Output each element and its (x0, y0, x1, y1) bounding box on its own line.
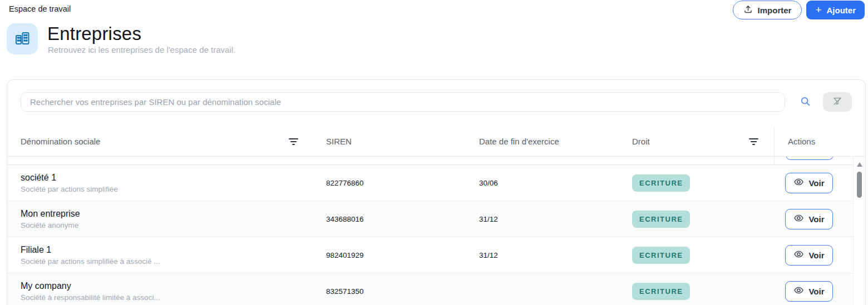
company-end-date: 31/12 (466, 251, 619, 259)
company-name: Filiale 1 (21, 245, 313, 255)
view-button[interactable]: Voir (785, 209, 833, 229)
triangle-up-icon[interactable] (857, 162, 862, 167)
table-row: My company Société à responsabilité limi… (7, 273, 854, 305)
company-end-date: 30/06 (466, 179, 619, 187)
search-button[interactable] (796, 93, 815, 112)
company-name: My company (21, 281, 313, 291)
view-button-partial[interactable] (786, 157, 834, 160)
page-title: Entreprises (47, 23, 141, 44)
company-legal-form: Société par actions simplifiée (21, 185, 313, 193)
table-body: société 1 Société par actions simplifiée… (7, 157, 854, 305)
scrollbar-track[interactable] (853, 157, 865, 305)
company-legal-form: Société anonyme (21, 221, 313, 229)
import-button-label: Importer (758, 6, 792, 15)
view-button-label: Voir (808, 287, 824, 296)
toolbar: Importer + Ajouter (733, 1, 865, 19)
view-button[interactable]: Voir (785, 173, 833, 193)
add-button[interactable]: + Ajouter (806, 1, 865, 19)
column-header-droit: Droit (632, 137, 650, 146)
view-button[interactable]: Voir (785, 245, 833, 266)
companies-card: Dénomination sociale SIREN Date de fin d… (7, 79, 866, 305)
column-header-denomination: Dénomination sociale (21, 137, 100, 146)
eye-icon (793, 213, 804, 225)
eye-icon (793, 285, 804, 297)
app-icon-box (7, 23, 38, 54)
eye-icon (793, 249, 804, 261)
upload-icon (743, 4, 753, 16)
right-badge: ECRITURE (632, 174, 690, 192)
table-row: société 1 Société par actions simplifiée… (7, 165, 854, 201)
company-legal-form: Société par actions simplifiée à associé… (21, 257, 313, 266)
company-legal-form: Société à responsabilité limitée à assoc… (21, 293, 313, 302)
page-subtitle: Retrouvez ici les entreprises de l'espac… (48, 45, 235, 54)
company-siren: 982401929 (313, 251, 466, 259)
import-button[interactable]: Importer (733, 1, 802, 19)
filter-clear-button[interactable] (823, 92, 852, 112)
right-badge: ECRITURE (632, 211, 690, 228)
view-button[interactable]: Voir (785, 281, 833, 302)
company-name: Mon entreprise (21, 209, 313, 219)
column-header-actions: Actions (788, 137, 815, 146)
plus-icon: + (815, 4, 821, 15)
company-siren: 832571350 (313, 287, 466, 296)
search-icon (800, 96, 811, 108)
filter-lines-icon[interactable] (748, 138, 758, 146)
add-button-label: Ajouter (827, 6, 856, 15)
filter-lines-icon[interactable] (288, 138, 298, 146)
column-header-end-date: Date de fin d'exercice (479, 137, 559, 146)
buildings-icon (13, 29, 31, 49)
company-end-date: 31/12 (466, 215, 619, 223)
breadcrumb[interactable]: Espace de travail (9, 4, 71, 13)
view-button-label: Voir (808, 178, 824, 188)
company-siren: 822776860 (313, 179, 466, 187)
column-header-siren: SIREN (326, 137, 352, 146)
search-input[interactable] (21, 92, 785, 112)
table-row-partial (7, 157, 854, 165)
company-name: société 1 (21, 173, 313, 183)
table-row: Filiale 1 Société par actions simplifiée… (7, 237, 854, 273)
view-button-label: Voir (808, 214, 824, 224)
right-badge: ECRITURE (632, 283, 690, 300)
right-badge: ECRITURE (632, 247, 690, 264)
table-header: Dénomination sociale SIREN Date de fin d… (7, 127, 865, 157)
view-button-label: Voir (808, 251, 824, 260)
scrollbar-thumb[interactable] (857, 172, 862, 198)
table-row: Mon entreprise Société anonyme 343688016… (7, 201, 854, 237)
company-siren: 343688016 (313, 215, 466, 223)
eye-icon (793, 177, 804, 189)
filter-off-icon (832, 96, 843, 108)
